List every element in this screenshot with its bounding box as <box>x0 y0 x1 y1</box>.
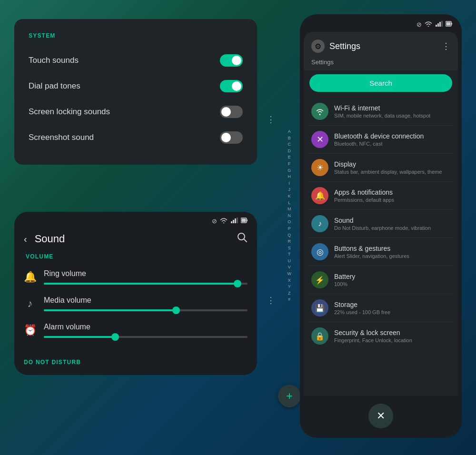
alpha-a[interactable]: A <box>288 129 292 135</box>
wifi-icon <box>220 218 228 225</box>
alpha-o[interactable]: O <box>288 219 292 225</box>
bluetooth-setting-title: Bluetooth & device connection <box>334 132 450 140</box>
alpha-s[interactable]: S <box>288 245 292 251</box>
back-button[interactable]: ‹ <box>24 234 27 245</box>
wifi-setting-title: Wi-Fi & internet <box>334 104 450 112</box>
alphabet-sidebar: A B C D E F G H I J K L M N O P Q R S T … <box>288 129 292 303</box>
wifi-setting-subtitle: SIM, mobile network, data usage, hotspot <box>334 113 450 119</box>
settings-item-sound[interactable]: ♪ Sound Do Not Disturb, earphone mode, v… <box>307 210 454 238</box>
media-volume-slider[interactable] <box>44 309 248 311</box>
ring-volume-label: Ring volume <box>44 269 248 278</box>
alpha-b[interactable]: B <box>288 135 292 141</box>
fab-add-button[interactable]: + <box>278 385 301 407</box>
alpha-h[interactable]: H <box>288 174 292 180</box>
media-volume-label: Media volume <box>44 296 248 305</box>
settings-title-row: ⚙ Settings <box>311 40 360 53</box>
svg-rect-11 <box>439 22 441 27</box>
alpha-w[interactable]: W <box>288 271 292 277</box>
settings-app-header: ⚙ Settings ⋮ <box>304 32 458 57</box>
battery-icon <box>241 218 248 225</box>
settings-item-bluetooth[interactable]: ✕ Bluetooth & device connection Bluetoot… <box>307 126 454 154</box>
settings-item-display[interactable]: ☀ Display Status bar, ambient display, w… <box>307 154 454 182</box>
alpha-hash[interactable]: # <box>288 297 292 303</box>
settings-item-apps[interactable]: 🔔 Apps & notifications Permissions, defa… <box>307 182 454 210</box>
ring-volume-slider[interactable] <box>44 283 248 285</box>
settings-content-area: ⚙ Settings ⋮ Settings Search Wi-Fi & int… <box>304 32 458 396</box>
sound-setting-subtitle: Do Not Disturb, earphone mode, vibration <box>334 225 450 231</box>
system-sounds-panel: SYSTEM Touch sounds Dial pad tones Scree… <box>14 19 257 165</box>
alpha-e[interactable]: E <box>288 154 292 160</box>
sound-panel-header: ‹ Sound <box>14 228 257 253</box>
alpha-u[interactable]: U <box>288 258 292 264</box>
system-section-label: SYSTEM <box>29 32 243 39</box>
settings-item-buttons[interactable]: ◎ Buttons & gestures Alert Slider, navig… <box>307 238 454 266</box>
alarm-volume-label: Alarm volume <box>44 323 248 331</box>
ring-volume-row: 🔔 Ring volume <box>24 269 248 285</box>
alpha-l[interactable]: L <box>288 200 292 206</box>
ring-volume-content: Ring volume <box>44 269 248 285</box>
alpha-c[interactable]: C <box>288 141 292 148</box>
touch-sounds-label: Touch sounds <box>29 56 79 65</box>
settings-item-wifi[interactable]: Wi-Fi & internet SIM, mobile network, da… <box>307 98 454 126</box>
alpha-n[interactable]: N <box>288 213 292 219</box>
alpha-f[interactable]: F <box>288 161 292 167</box>
settings-item-battery[interactable]: ⚡ Battery 100% <box>307 266 454 294</box>
alpha-q[interactable]: Q <box>288 232 292 238</box>
screen-locking-toggle[interactable] <box>220 106 243 118</box>
settings-item-security[interactable]: 🔒 Security & lock screen Fingerprint, Fa… <box>307 322 454 350</box>
media-volume-row: ♪ Media volume <box>24 296 248 311</box>
right-battery-icon <box>446 21 452 28</box>
svg-rect-15 <box>446 22 451 26</box>
volume-section-label: VOLUME <box>24 253 248 260</box>
do-not-disturb-icon: ⊘ <box>212 218 217 225</box>
right-status-bar: ⊘ <box>300 14 462 32</box>
bottom-left-more-options[interactable]: ⋮ <box>267 295 275 306</box>
alpha-m[interactable]: M <box>288 206 292 212</box>
security-setting-text: Security & lock screen Fingerprint, Face… <box>334 329 450 343</box>
signal-icon <box>230 218 238 225</box>
alpha-t[interactable]: T <box>288 251 292 257</box>
close-button[interactable]: ✕ <box>368 404 393 428</box>
apps-setting-title: Apps & notifications <box>334 188 450 196</box>
buttons-setting-icon: ◎ <box>311 243 328 260</box>
touch-sounds-toggle[interactable] <box>220 54 243 67</box>
sound-panel-title: Sound <box>35 233 237 245</box>
sound-setting-title: Sound <box>334 217 450 224</box>
close-icon: ✕ <box>377 410 385 422</box>
top-left-more-options[interactable]: ⋮ <box>267 114 275 125</box>
alpha-z[interactable]: Z <box>288 290 292 297</box>
display-setting-subtitle: Status bar, ambient display, wallpapers,… <box>334 169 450 175</box>
svg-rect-2 <box>235 218 236 223</box>
alarm-volume-slider[interactable] <box>44 336 248 338</box>
right-do-not-disturb-icon: ⊘ <box>416 21 422 28</box>
svg-rect-9 <box>436 25 437 27</box>
settings-item-storage[interactable]: 💾 Storage 22% used - 100 GB free <box>307 294 454 322</box>
apps-setting-text: Apps & notifications Permissions, defaul… <box>334 188 450 203</box>
alpha-i[interactable]: I <box>288 180 292 187</box>
alpha-x[interactable]: X <box>288 277 292 284</box>
dial-pad-label: Dial pad tones <box>29 81 80 91</box>
dial-pad-toggle[interactable] <box>220 80 243 92</box>
alpha-k[interactable]: K <box>288 193 292 199</box>
screenshot-sound-toggle[interactable] <box>220 131 243 144</box>
alpha-j[interactable]: J <box>288 187 292 193</box>
security-setting-icon: 🔒 <box>311 327 328 345</box>
display-setting-text: Display Status bar, ambient display, wal… <box>334 160 450 175</box>
alpha-d[interactable]: D <box>288 148 292 154</box>
settings-search-bar[interactable]: Search <box>309 74 452 92</box>
alpha-r[interactable]: R <box>288 238 292 245</box>
settings-more-options[interactable]: ⋮ <box>442 41 450 51</box>
alpha-v[interactable]: V <box>288 264 292 270</box>
storage-setting-icon: 💾 <box>311 299 328 317</box>
svg-rect-10 <box>437 23 439 27</box>
svg-rect-3 <box>237 218 238 223</box>
sound-setting-text: Sound Do Not Disturb, earphone mode, vib… <box>334 217 450 231</box>
settings-app-title: Settings <box>329 41 360 51</box>
screen-locking-row: Screen locking sounds <box>29 99 243 125</box>
alpha-y[interactable]: Y <box>288 284 292 290</box>
alpha-p[interactable]: P <box>288 226 292 232</box>
sound-search-button[interactable] <box>237 232 248 246</box>
screenshot-sound-label: Screenshot sound <box>29 133 94 142</box>
search-label: Search <box>369 79 392 87</box>
alpha-g[interactable]: G <box>288 168 292 174</box>
